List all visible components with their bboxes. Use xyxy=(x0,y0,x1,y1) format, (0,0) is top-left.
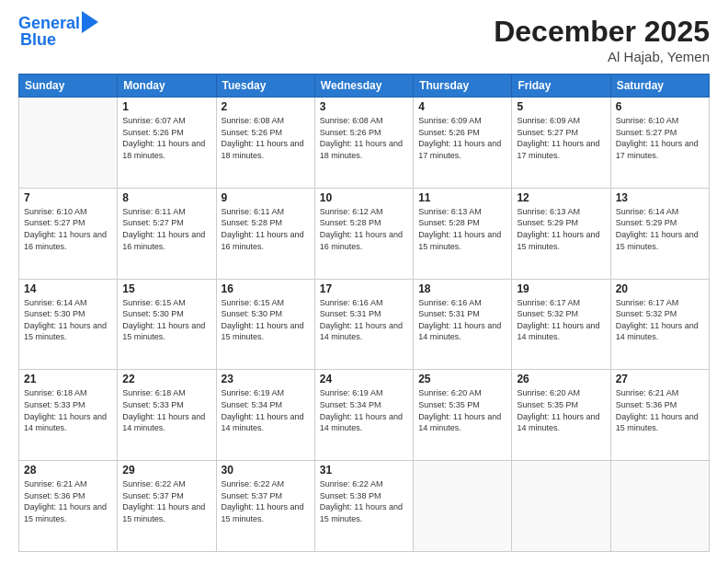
day-info: Sunrise: 6:14 AMSunset: 5:29 PMDaylight:… xyxy=(616,206,704,252)
calendar-cell: 22Sunrise: 6:18 AMSunset: 5:33 PMDayligh… xyxy=(118,370,216,461)
calendar-cell: 18Sunrise: 6:16 AMSunset: 5:31 PMDayligh… xyxy=(414,279,512,370)
logo-icon xyxy=(82,11,98,33)
calendar-week-row: 28Sunrise: 6:21 AMSunset: 5:36 PMDayligh… xyxy=(19,461,710,552)
day-number: 14 xyxy=(24,282,112,295)
calendar-cell: 27Sunrise: 6:21 AMSunset: 5:36 PMDayligh… xyxy=(610,370,709,461)
calendar-cell: 14Sunrise: 6:14 AMSunset: 5:30 PMDayligh… xyxy=(19,279,118,370)
day-number: 28 xyxy=(24,464,112,477)
day-info: Sunrise: 6:13 AMSunset: 5:28 PMDaylight:… xyxy=(418,206,506,252)
calendar-week-row: 14Sunrise: 6:14 AMSunset: 5:30 PMDayligh… xyxy=(19,279,710,370)
day-info: Sunrise: 6:07 AMSunset: 5:26 PMDaylight:… xyxy=(122,115,210,161)
calendar-cell: 16Sunrise: 6:15 AMSunset: 5:30 PMDayligh… xyxy=(216,279,314,370)
day-number: 27 xyxy=(616,373,704,385)
day-info: Sunrise: 6:16 AMSunset: 5:31 PMDaylight:… xyxy=(418,297,506,343)
calendar-cell: 9Sunrise: 6:11 AMSunset: 5:28 PMDaylight… xyxy=(216,188,314,279)
day-number: 24 xyxy=(320,373,408,385)
day-number: 8 xyxy=(122,191,210,204)
day-number: 11 xyxy=(418,191,506,204)
day-info: Sunrise: 6:14 AMSunset: 5:30 PMDaylight:… xyxy=(24,297,112,343)
day-number: 23 xyxy=(222,373,310,385)
title-block: December 2025 Al Hajab, Yemen xyxy=(494,15,710,64)
day-number: 9 xyxy=(222,191,310,204)
day-info: Sunrise: 6:11 AMSunset: 5:27 PMDaylight:… xyxy=(122,206,210,252)
day-number: 1 xyxy=(122,100,210,113)
calendar-cell: 7Sunrise: 6:10 AMSunset: 5:27 PMDaylight… xyxy=(19,188,118,279)
calendar-cell: 12Sunrise: 6:13 AMSunset: 5:29 PMDayligh… xyxy=(512,188,610,279)
calendar-header-row: SundayMondayTuesdayWednesdayThursdayFrid… xyxy=(19,75,710,98)
calendar-cell: 1Sunrise: 6:07 AMSunset: 5:26 PMDaylight… xyxy=(118,98,216,189)
day-number: 15 xyxy=(122,282,210,295)
day-number: 21 xyxy=(24,373,112,385)
day-info: Sunrise: 6:09 AMSunset: 5:26 PMDaylight:… xyxy=(418,115,506,161)
day-number: 16 xyxy=(222,282,310,295)
calendar-cell: 24Sunrise: 6:19 AMSunset: 5:34 PMDayligh… xyxy=(314,370,413,461)
calendar-day-header: Monday xyxy=(118,75,216,98)
day-info: Sunrise: 6:15 AMSunset: 5:30 PMDaylight:… xyxy=(122,297,210,343)
day-number: 22 xyxy=(122,373,210,385)
day-info: Sunrise: 6:20 AMSunset: 5:35 PMDaylight:… xyxy=(517,387,605,433)
location: Al Hajab, Yemen xyxy=(494,49,710,64)
day-info: Sunrise: 6:10 AMSunset: 5:27 PMDaylight:… xyxy=(616,115,704,161)
day-info: Sunrise: 6:11 AMSunset: 5:28 PMDaylight:… xyxy=(222,206,310,252)
day-number: 10 xyxy=(320,191,408,204)
calendar-week-row: 1Sunrise: 6:07 AMSunset: 5:26 PMDaylight… xyxy=(19,98,710,189)
day-number: 3 xyxy=(320,100,408,113)
calendar-cell: 5Sunrise: 6:09 AMSunset: 5:27 PMDaylight… xyxy=(512,98,610,189)
calendar-day-header: Wednesday xyxy=(314,75,413,98)
day-info: Sunrise: 6:08 AMSunset: 5:26 PMDaylight:… xyxy=(222,115,310,161)
calendar-cell: 20Sunrise: 6:17 AMSunset: 5:32 PMDayligh… xyxy=(610,279,709,370)
calendar-cell: 6Sunrise: 6:10 AMSunset: 5:27 PMDaylight… xyxy=(610,98,709,189)
calendar-cell: 15Sunrise: 6:15 AMSunset: 5:30 PMDayligh… xyxy=(118,279,216,370)
day-number: 13 xyxy=(616,191,704,204)
day-number: 25 xyxy=(418,373,506,385)
calendar-day-header: Sunday xyxy=(19,75,118,98)
calendar-cell: 28Sunrise: 6:21 AMSunset: 5:36 PMDayligh… xyxy=(19,461,118,552)
calendar-cell: 8Sunrise: 6:11 AMSunset: 5:27 PMDaylight… xyxy=(118,188,216,279)
day-info: Sunrise: 6:18 AMSunset: 5:33 PMDaylight:… xyxy=(122,387,210,433)
calendar-cell: 10Sunrise: 6:12 AMSunset: 5:28 PMDayligh… xyxy=(314,188,413,279)
day-info: Sunrise: 6:09 AMSunset: 5:27 PMDaylight:… xyxy=(517,115,605,161)
calendar-cell: 21Sunrise: 6:18 AMSunset: 5:33 PMDayligh… xyxy=(19,370,118,461)
day-info: Sunrise: 6:08 AMSunset: 5:26 PMDaylight:… xyxy=(320,115,408,161)
day-info: Sunrise: 6:22 AMSunset: 5:37 PMDaylight:… xyxy=(122,478,210,524)
calendar-week-row: 7Sunrise: 6:10 AMSunset: 5:27 PMDaylight… xyxy=(19,188,710,279)
logo: General Blue xyxy=(18,15,98,50)
calendar-cell: 25Sunrise: 6:20 AMSunset: 5:35 PMDayligh… xyxy=(414,370,512,461)
calendar-cell: 4Sunrise: 6:09 AMSunset: 5:26 PMDaylight… xyxy=(414,98,512,189)
day-number: 26 xyxy=(517,373,605,385)
day-info: Sunrise: 6:20 AMSunset: 5:35 PMDaylight:… xyxy=(418,387,506,433)
calendar-cell: 19Sunrise: 6:17 AMSunset: 5:32 PMDayligh… xyxy=(512,279,610,370)
day-info: Sunrise: 6:12 AMSunset: 5:28 PMDaylight:… xyxy=(320,206,408,252)
calendar-cell xyxy=(19,98,118,189)
calendar-week-row: 21Sunrise: 6:18 AMSunset: 5:33 PMDayligh… xyxy=(19,370,710,461)
day-number: 5 xyxy=(517,100,605,113)
day-info: Sunrise: 6:19 AMSunset: 5:34 PMDaylight:… xyxy=(222,387,310,433)
day-number: 2 xyxy=(222,100,310,113)
day-info: Sunrise: 6:21 AMSunset: 5:36 PMDaylight:… xyxy=(616,387,704,433)
day-info: Sunrise: 6:22 AMSunset: 5:37 PMDaylight:… xyxy=(222,478,310,524)
calendar-cell xyxy=(512,461,610,552)
calendar-cell xyxy=(414,461,512,552)
day-number: 30 xyxy=(222,464,310,477)
day-number: 31 xyxy=(320,464,408,477)
calendar-day-header: Thursday xyxy=(414,75,512,98)
calendar-cell: 3Sunrise: 6:08 AMSunset: 5:26 PMDaylight… xyxy=(314,98,413,189)
day-info: Sunrise: 6:15 AMSunset: 5:30 PMDaylight:… xyxy=(222,297,310,343)
day-number: 18 xyxy=(418,282,506,295)
calendar-cell: 2Sunrise: 6:08 AMSunset: 5:26 PMDaylight… xyxy=(216,98,314,189)
day-number: 4 xyxy=(418,100,506,113)
day-info: Sunrise: 6:13 AMSunset: 5:29 PMDaylight:… xyxy=(517,206,605,252)
day-number: 6 xyxy=(616,100,704,113)
page: General Blue December 2025 Al Hajab, Yem… xyxy=(0,0,728,563)
day-number: 19 xyxy=(517,282,605,295)
day-info: Sunrise: 6:22 AMSunset: 5:38 PMDaylight:… xyxy=(320,478,408,524)
svg-marker-0 xyxy=(82,11,98,33)
month-title: December 2025 xyxy=(494,15,710,49)
calendar-cell: 31Sunrise: 6:22 AMSunset: 5:38 PMDayligh… xyxy=(314,461,413,552)
calendar-table: SundayMondayTuesdayWednesdayThursdayFrid… xyxy=(18,74,710,552)
day-info: Sunrise: 6:21 AMSunset: 5:36 PMDaylight:… xyxy=(24,478,112,524)
header: General Blue December 2025 Al Hajab, Yem… xyxy=(18,15,710,64)
day-info: Sunrise: 6:19 AMSunset: 5:34 PMDaylight:… xyxy=(320,387,408,433)
day-number: 17 xyxy=(320,282,408,295)
day-info: Sunrise: 6:16 AMSunset: 5:31 PMDaylight:… xyxy=(320,297,408,343)
